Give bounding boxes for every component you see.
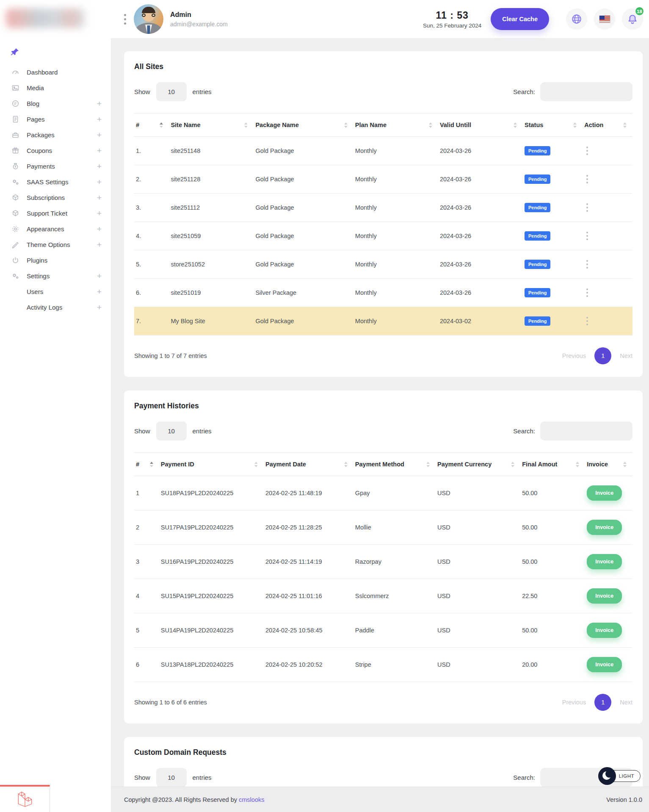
column-header-index[interactable]: # <box>134 453 159 476</box>
invoice-button[interactable]: Invoice <box>587 623 622 638</box>
search-input[interactable] <box>540 421 632 441</box>
expand-plus-icon[interactable]: + <box>97 303 102 311</box>
expand-plus-icon[interactable]: + <box>97 162 102 170</box>
sidebar-item-support-ticket[interactable]: Support Ticket + <box>0 205 111 221</box>
next-page-button[interactable]: Next <box>620 699 632 706</box>
sort-icon[interactable] <box>160 122 163 128</box>
sort-icon[interactable] <box>344 122 348 128</box>
invoice-button[interactable]: Invoice <box>587 554 622 569</box>
theme-toggle[interactable]: LIGHT <box>598 767 641 785</box>
sidebar-item-users[interactable]: Users + <box>0 284 111 299</box>
sort-icon[interactable] <box>514 122 517 128</box>
previous-page-button[interactable]: Previous <box>562 699 586 706</box>
sidebar-item-packages[interactable]: Packages + <box>0 127 111 143</box>
invoice-button[interactable]: Invoice <box>587 485 622 501</box>
user-avatar[interactable] <box>134 4 163 34</box>
expand-plus-icon[interactable]: + <box>97 288 102 296</box>
page-size-select[interactable]: 10 <box>156 768 187 787</box>
sidebar-item-blog[interactable]: Blog + <box>0 96 111 111</box>
expand-plus-icon[interactable]: + <box>97 115 102 123</box>
status-badge[interactable]: Pending <box>525 175 550 184</box>
menu-toggle-icon[interactable] <box>122 12 128 26</box>
sidebar-item-theme-options[interactable]: Theme Options + <box>0 237 111 252</box>
search-input[interactable] <box>540 82 632 101</box>
sort-icon[interactable] <box>429 122 432 128</box>
expand-plus-icon[interactable]: + <box>97 241 102 249</box>
sort-icon[interactable] <box>426 462 430 467</box>
locale-flag-button[interactable] <box>594 8 615 30</box>
column-header-index[interactable]: # <box>134 114 169 137</box>
row-actions-menu[interactable] <box>584 260 590 269</box>
page-size-select[interactable]: 10 <box>156 82 187 101</box>
expand-plus-icon[interactable]: + <box>97 194 102 202</box>
sidebar-item-plugins[interactable]: Plugins <box>0 252 111 268</box>
expand-plus-icon[interactable]: + <box>97 131 102 139</box>
column-header-final-amount[interactable]: Final Amout <box>520 453 585 476</box>
expand-plus-icon[interactable]: + <box>97 225 102 233</box>
table-row: 1. site251148 Gold Package Monthly 2024-… <box>134 137 632 165</box>
sort-icon[interactable] <box>344 462 348 467</box>
column-header-status[interactable]: Status <box>523 114 583 137</box>
row-actions-menu[interactable] <box>584 232 590 240</box>
sort-icon[interactable] <box>511 462 514 467</box>
sort-icon[interactable] <box>573 122 577 128</box>
notifications-button[interactable]: 18 <box>622 8 643 30</box>
sidebar-item-coupons[interactable]: Coupons + <box>0 143 111 158</box>
row-actions-menu[interactable] <box>584 147 590 155</box>
sidebar-item-saas-settings[interactable]: SAAS Settings + <box>0 174 111 190</box>
column-header-payment-currency[interactable]: Payment Currency <box>436 453 520 476</box>
current-page-button[interactable]: 1 <box>594 694 611 711</box>
sort-icon[interactable] <box>244 122 248 128</box>
column-header-payment-id[interactable]: Payment ID <box>159 453 264 476</box>
status-badge[interactable]: Pending <box>525 260 550 269</box>
invoice-button[interactable]: Invoice <box>587 657 622 672</box>
sidebar-item-activity-logs[interactable]: Activity Logs + <box>0 299 111 315</box>
expand-plus-icon[interactable]: + <box>97 100 102 108</box>
clear-cache-button[interactable]: Clear Cache <box>491 8 549 30</box>
status-badge[interactable]: Pending <box>525 316 550 326</box>
column-header-package-name[interactable]: Package Name <box>254 114 353 137</box>
sidebar-item-pages[interactable]: Pages + <box>0 111 111 127</box>
sort-icon[interactable] <box>623 122 627 128</box>
column-header-invoice[interactable]: Invoice <box>585 453 632 476</box>
column-header-valid-untill[interactable]: Valid Untill <box>438 114 523 137</box>
sort-icon[interactable] <box>576 462 579 467</box>
column-header-payment-method[interactable]: Payment Method <box>353 453 436 476</box>
status-badge[interactable]: Pending <box>525 288 550 297</box>
expand-plus-icon[interactable]: + <box>97 272 102 280</box>
row-actions-menu[interactable] <box>584 288 590 297</box>
sort-icon[interactable] <box>150 462 153 467</box>
row-actions-menu[interactable] <box>584 317 590 325</box>
column-header-action[interactable]: Action <box>583 114 632 137</box>
expand-plus-icon[interactable]: + <box>97 209 102 217</box>
sidebar-item-subscriptions[interactable]: Subscriptions + <box>0 190 111 205</box>
sidebar-item-media[interactable]: Media <box>0 80 111 96</box>
debugbar-toggle[interactable] <box>0 785 50 812</box>
sort-icon[interactable] <box>254 462 258 467</box>
column-header-payment-date[interactable]: Payment Date <box>264 453 353 476</box>
column-header-plan-name[interactable]: Plan Name <box>353 114 438 137</box>
cmslooks-link[interactable]: cmslooks <box>239 796 264 803</box>
language-globe-button[interactable] <box>566 8 587 30</box>
row-actions-menu[interactable] <box>584 203 590 212</box>
current-page-button[interactable]: 1 <box>594 347 611 364</box>
sidebar-item-dashboard[interactable]: Dashboard <box>0 64 111 80</box>
sidebar-pin-button[interactable] <box>0 44 111 64</box>
page-size-select[interactable]: 10 <box>156 421 187 441</box>
next-page-button[interactable]: Next <box>620 352 632 359</box>
sidebar-item-settings[interactable]: Settings + <box>0 268 111 284</box>
status-badge[interactable]: Pending <box>525 231 550 241</box>
previous-page-button[interactable]: Previous <box>562 352 586 359</box>
expand-plus-icon[interactable]: + <box>97 178 102 186</box>
status-badge[interactable]: Pending <box>525 146 550 155</box>
brand-logo[interactable] <box>0 0 111 38</box>
sidebar-item-payments[interactable]: Payments + <box>0 158 111 174</box>
column-header-site-name[interactable]: Site Name <box>169 114 254 137</box>
invoice-button[interactable]: Invoice <box>587 520 622 535</box>
invoice-button[interactable]: Invoice <box>587 588 622 604</box>
status-badge[interactable]: Pending <box>525 203 550 212</box>
expand-plus-icon[interactable]: + <box>97 147 102 155</box>
row-actions-menu[interactable] <box>584 175 590 183</box>
sort-icon[interactable] <box>623 462 627 467</box>
sidebar-item-appearances[interactable]: Appearances + <box>0 221 111 237</box>
